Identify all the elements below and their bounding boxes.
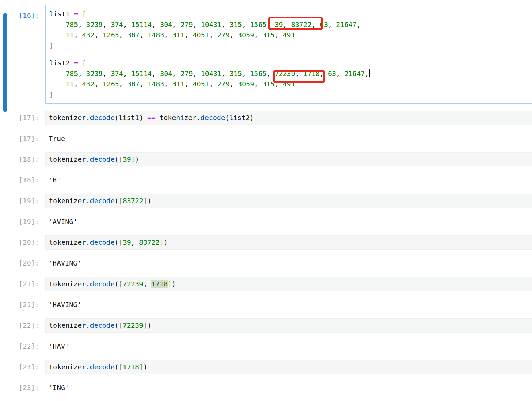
output-text: 'AVING' [45,214,532,229]
cell-input-20: [20]:tokenizer.decode([39, 83722]) [0,235,532,250]
code-line: list1 = [ [49,9,529,19]
cell-output-21: [21]:'HAVING' [0,298,532,312]
cell-output-23: [23]:'ING' [0,381,532,395]
output-execution-prompt: [18]: [0,173,39,187]
code-line: tokenizer.decode([72239]) [49,321,529,330]
code-editor[interactable]: tokenizer.decode([72239]) [45,318,532,333]
code-editor[interactable]: tokenizer.decode([72239, 1718]) [45,277,532,291]
cell-content: tokenizer.decode([72239, 1718]) [45,277,532,291]
cell-content: tokenizer.decode([1718]) [45,360,532,374]
cell-content: 'AVING' [45,214,532,229]
code-line: 11, 432, 1265, 387, 1483, 311, 4051, 279… [49,79,529,90]
code-editor[interactable]: tokenizer.decode([39]) [45,152,532,166]
code-line [49,51,529,58]
input-execution-prompt: [21]: [0,277,39,291]
code-line: tokenizer.decode([83722]) [49,196,529,205]
output-text: 'H' [45,173,532,187]
input-execution-prompt: [22]: [0,318,39,333]
cell-list: [16]:list1 = [ 785, 3239, 374, 15114, 30… [0,5,532,395]
cell-output-17: [17]:True [0,131,532,146]
output-execution-prompt: [23]: [0,381,39,395]
cell-content: tokenizer.decode(list1) == tokenizer.dec… [45,111,532,125]
cell-input-23: [23]:tokenizer.decode([1718]) [0,360,532,374]
output-execution-prompt: [19]: [0,214,39,229]
cell-content: 'ING' [45,381,532,395]
code-line: tokenizer.decode([1718]) [49,363,529,371]
output-execution-prompt: [20]: [0,256,39,270]
cell-content: 'HAVING' [45,298,532,312]
cell-content: True [45,131,532,146]
code-line: 11, 432, 1265, 387, 1483, 311, 4051, 279… [49,30,529,41]
output-text: 'HAVING' [45,256,532,270]
text-cursor [369,69,370,77]
code-editor[interactable]: list1 = [ 785, 3239, 374, 15114, 304, 27… [45,5,532,104]
code-line: tokenizer.decode([39]) [49,155,529,164]
cell-output-19: [19]:'AVING' [0,214,532,229]
cell-content: 'HAVING' [45,256,532,270]
code-editor[interactable]: tokenizer.decode([39, 83722]) [45,235,532,250]
output-text: True [45,131,532,146]
code-line: 785, 3239, 374, 15114, 304, 279, 10431, … [49,68,529,79]
input-execution-prompt: [23]: [0,360,39,374]
code-editor[interactable]: tokenizer.decode(list1) == tokenizer.dec… [45,111,532,125]
active-cell-collapser[interactable] [3,13,7,112]
cell-content: tokenizer.decode([39, 83722]) [45,235,532,250]
input-execution-prompt: [19]: [0,194,39,208]
output-execution-prompt: [21]: [0,298,39,312]
cell-input-19: [19]:tokenizer.decode([83722]) [0,194,532,208]
cell-input-18: [18]:tokenizer.decode([39]) [0,152,532,166]
cell-input-16: [16]:list1 = [ 785, 3239, 374, 15114, 30… [0,5,532,104]
code-line: list2 = [ [49,58,529,68]
output-text: 'HAVING' [45,298,532,312]
cell-content: tokenizer.decode([72239]) [45,318,532,333]
notebook: [16]:list1 = [ 785, 3239, 374, 15114, 30… [0,5,532,401]
code-line: tokenizer.decode([39, 83722]) [49,238,529,247]
output-text: 'ING' [45,381,532,395]
cell-content: tokenizer.decode([83722]) [45,194,532,208]
cell-input-21: [21]:tokenizer.decode([72239, 1718]) [0,277,532,291]
cell-output-22: [22]:'HAV' [0,339,532,353]
cell-content: tokenizer.decode([39]) [45,152,532,166]
code-line: ] [49,41,529,51]
cell-output-20: [20]:'HAVING' [0,256,532,270]
code-editor[interactable]: tokenizer.decode([83722]) [45,194,532,208]
output-execution-prompt: [17]: [0,131,39,146]
cell-input-22: [22]:tokenizer.decode([72239]) [0,318,532,333]
input-execution-prompt: [17]: [0,111,39,125]
output-execution-prompt: [22]: [0,339,39,353]
code-line: tokenizer.decode([72239, 1718]) [49,279,529,288]
cell-output-18: [18]:'H' [0,173,532,187]
code-line: 785, 3239, 374, 15114, 304, 279, 10431, … [49,19,529,30]
input-execution-prompt: [20]: [0,235,39,250]
code-editor[interactable]: tokenizer.decode([1718]) [45,360,532,374]
cell-input-17: [17]:tokenizer.decode(list1) == tokenize… [0,111,532,125]
output-text: 'HAV' [45,339,532,353]
cell-content: list1 = [ 785, 3239, 374, 15114, 304, 27… [45,5,532,104]
code-line: ] [49,90,529,100]
cell-content: 'HAV' [45,339,532,353]
code-line: tokenizer.decode(list1) == tokenizer.dec… [49,113,529,122]
input-execution-prompt: [18]: [0,152,39,166]
cell-content: 'H' [45,173,532,187]
